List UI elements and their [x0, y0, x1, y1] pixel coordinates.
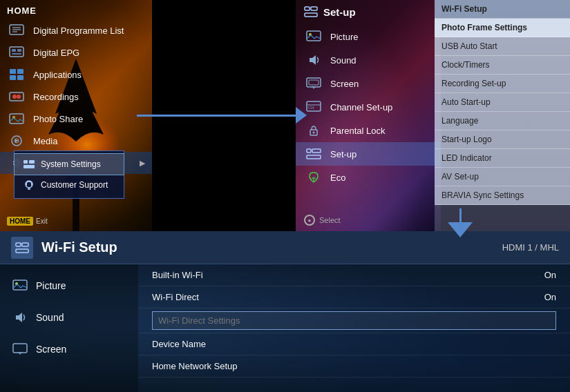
home-item-digital-epg[interactable]: Digital EPG — [0, 41, 152, 63]
svg-text:CH: CH — [308, 106, 314, 110]
bottom-sound-icon — [11, 310, 29, 325]
home-panel: HOME Digital Programme List Digital EPG … — [0, 0, 152, 231]
bottom-screen-icon — [11, 342, 29, 357]
setup-title-icon — [304, 6, 318, 18]
wifi-sub-av-setup[interactable]: AV Set-up — [435, 168, 570, 186]
bottom-picture-label: Picture — [36, 280, 66, 291]
wifi-header-title: Wi-Fi Setup — [41, 239, 502, 255]
svg-rect-33 — [305, 7, 310, 10]
setup-eco[interactable]: Eco — [296, 166, 441, 189]
wifi-direct-settings-input[interactable] — [152, 311, 556, 330]
home-item-photo-share[interactable]: Photo Share — [0, 108, 152, 130]
home-item-recordings[interactable]: Recordings — [0, 86, 152, 108]
setup-menu: Picture Sound Screen CH Channel Set-up — [296, 25, 441, 189]
channel-setup-icon: CH — [304, 99, 323, 115]
wifi-sub-clock-timers[interactable]: Clock/Timers — [435, 56, 570, 75]
home-item-digital-programme[interactable]: Digital Programme List — [0, 19, 152, 41]
applications-icon — [7, 67, 26, 82]
bottom-sound-item[interactable]: Sound — [0, 302, 138, 333]
wifi-sub-photo-frame[interactable]: Photo Frame Settings — [435, 19, 570, 37]
eco-icon — [304, 170, 323, 185]
wifi-sub-recording-setup[interactable]: Recording Set-up — [435, 75, 570, 93]
home-exit-label: Exit — [36, 217, 48, 225]
home-item-photo-share-label: Photo Share — [33, 114, 83, 124]
wifi-sub-auto-startup[interactable]: Auto Start-up — [435, 93, 570, 112]
wifi-direct-row[interactable]: Wi-Fi Direct On — [138, 286, 570, 308]
svg-rect-50 — [307, 155, 321, 159]
setup-channel-label: Channel Set-up — [330, 102, 392, 112]
wifi-sub-wifi-setup[interactable]: Wi-Fi Setup — [435, 0, 570, 19]
bottom-sound-label: Sound — [36, 312, 64, 323]
wifi-header: Wi-Fi Setup HDMI 1 / MHL — [0, 231, 570, 264]
bottom-right-panel: Built-in Wi-Fi On Wi-Fi Direct On Device… — [138, 264, 570, 392]
svg-rect-57 — [13, 344, 27, 353]
wifi-sub-language[interactable]: Language — [435, 112, 570, 130]
setup-title: Set-up — [304, 6, 356, 18]
svg-rect-51 — [16, 243, 21, 246]
home-network-setup-label: Home Network Setup — [152, 361, 556, 371]
setup-sound[interactable]: Sound — [296, 48, 441, 72]
svg-rect-14 — [10, 69, 16, 74]
svg-rect-54 — [13, 280, 27, 290]
builtin-wifi-value: On — [544, 270, 556, 280]
wifi-direct-label: Wi-Fi Direct — [152, 292, 544, 302]
screen-icon — [304, 76, 323, 91]
svg-rect-48 — [307, 149, 311, 153]
wifi-sub-bravia-sync[interactable]: BRAVIA Sync Settings — [435, 186, 570, 205]
system-settings-label: System Settings — [41, 159, 101, 169]
bottom-screen-item[interactable]: Screen — [0, 333, 138, 365]
home-item-applications[interactable]: Applications — [0, 63, 152, 86]
right-arrow — [137, 107, 307, 124]
setup-screen[interactable]: Screen — [296, 72, 441, 95]
media-icon — [7, 133, 26, 148]
builtin-wifi-row[interactable]: Built-in Wi-Fi On — [138, 264, 570, 286]
settings-submenu: System Settings Customer Support — [14, 150, 124, 199]
customer-support-label: Customer Support — [41, 180, 108, 190]
svg-rect-36 — [307, 31, 321, 41]
svg-rect-15 — [17, 69, 23, 74]
wifi-submenu-panel: Wi-Fi Setup Photo Frame Settings USB Aut… — [435, 0, 570, 231]
home-item-applications-label: Applications — [33, 70, 82, 80]
bottom-picture-item[interactable]: Picture — [0, 270, 138, 302]
svg-rect-21 — [10, 114, 23, 124]
wifi-direct-settings-row — [138, 308, 570, 333]
setup-set-up-label: Set-up — [330, 149, 357, 159]
svg-rect-49 — [312, 149, 321, 153]
wifi-sub-startup-logo[interactable]: Start-up Logo — [435, 130, 570, 149]
setup-panel: Set-up Picture Sound Screen — [296, 0, 441, 231]
svg-rect-12 — [17, 49, 21, 52]
device-name-label: Device Name — [152, 339, 556, 349]
svg-rect-53 — [16, 249, 28, 253]
wifi-sub-usb-auto-start[interactable]: USB Auto Start — [435, 37, 570, 56]
svg-point-47 — [313, 132, 315, 134]
device-name-row[interactable]: Device Name — [138, 333, 570, 355]
recordings-icon — [7, 89, 26, 104]
svg-rect-17 — [17, 75, 23, 80]
down-arrow-head — [448, 222, 473, 237]
wifi-header-source: HDMI 1 / MHL — [502, 242, 559, 253]
svg-point-20 — [17, 95, 21, 99]
setup-channel[interactable]: CH Channel Set-up — [296, 95, 441, 119]
home-item-digital-epg-label: Digital EPG — [33, 48, 79, 58]
customer-support-item[interactable]: Customer Support — [15, 175, 124, 195]
wifi-sub-led-indicator[interactable]: LED Indicator — [435, 149, 570, 168]
setup-set-up[interactable]: Set-up — [296, 142, 441, 166]
svg-rect-29 — [23, 165, 35, 168]
svg-point-19 — [12, 95, 17, 99]
wifi-header-icon — [11, 237, 33, 259]
setup-select-label: Select — [319, 216, 341, 224]
wifi-submenu-list: Wi-Fi Setup Photo Frame Settings USB Aut… — [435, 0, 570, 205]
bottom-screen-label: Screen — [36, 344, 66, 355]
svg-rect-28 — [29, 160, 35, 164]
setup-screen-label: Screen — [330, 79, 359, 89]
setup-picture[interactable]: Picture — [296, 25, 441, 48]
home-title: HOME — [7, 6, 37, 16]
home-network-setup-row[interactable]: Home Network Setup — [138, 355, 570, 378]
home-exit: HOME Exit — [7, 217, 48, 226]
svg-rect-35 — [305, 13, 317, 17]
svg-rect-11 — [12, 49, 16, 52]
setup-parental[interactable]: Parental Lock — [296, 119, 441, 142]
svg-rect-34 — [311, 7, 317, 10]
home-item-media[interactable]: Media — [0, 130, 152, 152]
system-settings-item[interactable]: System Settings — [15, 154, 124, 175]
